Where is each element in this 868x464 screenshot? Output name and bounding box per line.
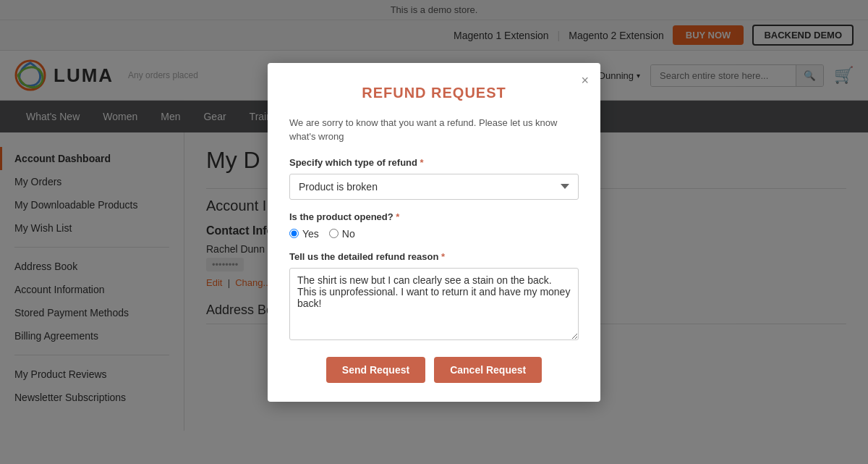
radio-yes-text: Yes [302,228,319,240]
modal-overlay: × REFUND REQUEST We are sorry to know th… [0,0,868,431]
radio-group-opened: Yes No [289,228,579,240]
product-opened-required: * [396,211,399,222]
refund-request-modal: × REFUND REQUEST We are sorry to know th… [268,63,600,402]
modal-description: We are sorry to know that you want a ref… [289,116,579,144]
radio-yes-label[interactable]: Yes [289,228,319,240]
modal-title: REFUND REQUEST [289,85,579,101]
modal-buttons: Send Request Cancel Request [289,357,579,383]
product-opened-label: Is the product opened? * [289,211,579,222]
detailed-reason-textarea[interactable]: The shirt is new but I can clearly see a… [289,268,579,340]
modal-close-button[interactable]: × [581,73,589,88]
required-mark: * [420,157,424,168]
refund-type-select[interactable]: Product is broken Wrong item received It… [289,174,579,200]
radio-no-text: No [342,228,355,240]
refund-type-label: Specify which type of refund * [289,157,579,168]
send-request-button[interactable]: Send Request [326,357,425,383]
cancel-request-button[interactable]: Cancel Request [434,357,542,383]
detailed-reason-required: * [441,251,445,262]
radio-no[interactable] [329,229,339,238]
radio-yes[interactable] [289,229,299,238]
detailed-reason-label: Tell us the detailed refund reason * [289,251,579,262]
refund-type-select-wrapper: Product is broken Wrong item received It… [289,174,579,211]
radio-no-label[interactable]: No [329,228,355,240]
